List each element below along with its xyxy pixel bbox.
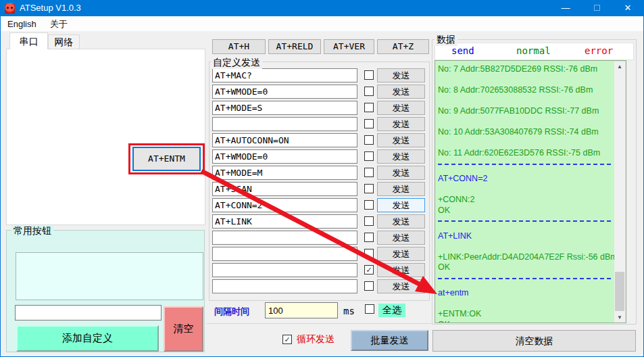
custom-command-input[interactable] [212,263,357,277]
data-log-line: +ENTM:OK [438,309,612,320]
data-log-line: AT+LINK [438,231,612,242]
data-log-line [438,278,612,289]
close-button[interactable]: ✕ [612,1,643,16]
legend-error: error [585,45,613,56]
batch-send-button[interactable]: 批量发送 [351,330,428,351]
select-all-checkbox[interactable] [365,304,374,314]
custom-command-input[interactable] [212,247,357,261]
row-checkbox[interactable] [364,233,374,242]
data-log-line [438,241,612,252]
row-checkbox[interactable] [364,135,374,145]
tab-network[interactable]: 网络 [48,34,80,49]
send-button[interactable]: 发送 [377,214,425,229]
send-button[interactable]: 发送 [377,279,425,293]
quick-button-atreld[interactable]: AT+RELD [268,39,321,54]
loop-send-label: 循环发送 [297,333,335,346]
data-log-line: No: 7 Addr:5B827D5DE269 RSSI:-76 dBm [438,64,612,75]
scrollbar-thumb[interactable] [615,272,624,311]
maximize-icon [594,5,600,11]
common-command-input[interactable] [15,305,162,320]
custom-command-input[interactable] [212,279,357,293]
custom-command-input[interactable] [212,85,357,99]
send-button[interactable]: 发送 [377,101,425,115]
data-log-area[interactable]: No: 7 Addr:5B827D5DE269 RSSI:-76 dBmNo: … [435,60,626,323]
custom-command-input[interactable] [212,214,357,229]
send-button[interactable]: 发送 [377,85,425,99]
custom-command-input[interactable] [212,149,357,164]
row-checkbox[interactable] [364,168,374,177]
row-checkbox[interactable] [364,216,374,226]
send-button[interactable]: 发送 [377,231,425,245]
row-checkbox[interactable] [364,87,374,96]
send-button[interactable]: 发送 [377,198,425,212]
legend-normal: normal [516,45,551,56]
custom-send-group-label: 自定义发送 [211,57,262,69]
row-checkbox[interactable] [364,119,374,128]
send-button[interactable]: 发送 [377,149,425,164]
add-custom-button[interactable]: 添加自定义 [16,325,159,352]
send-button[interactable]: 发送 [377,182,425,196]
data-log-line [438,164,612,174]
data-log-line [438,117,612,128]
data-scrollbar[interactable]: ▲ ▼ [614,62,625,323]
clear-common-button[interactable]: 清空 [164,306,203,352]
loop-send-checkbox[interactable]: ✓ [282,335,292,344]
data-log-line: +LINK:PeerAddr:D4AD204A7E2F Rssi:-56 dBm [438,252,612,263]
window-title: ATSetup V1.0.3 [20,3,81,13]
scroll-up-icon[interactable]: ▲ [614,62,625,72]
quick-button-atver[interactable]: AT+VER [324,39,374,54]
custom-command-input[interactable] [212,117,357,131]
quick-button-ath[interactable]: AT+H [212,39,266,54]
send-button[interactable]: 发送 [377,263,425,277]
data-log-line [438,220,612,231]
common-buttons-group-label: 常用按钮 [11,225,53,237]
scroll-down-icon[interactable]: ▼ [614,312,625,323]
row-checkbox[interactable] [364,103,374,112]
minimize-button[interactable]: — [550,1,581,16]
custom-command-input[interactable] [212,68,357,82]
custom-command-input[interactable] [212,133,357,147]
row-checkbox[interactable]: ✓ [364,265,374,275]
send-button[interactable]: 发送 [377,68,425,82]
common-buttons-list[interactable] [16,252,203,300]
data-log-line: OK [438,262,612,273]
row-checkbox[interactable] [364,249,374,258]
quick-button-atz[interactable]: AT+Z [377,39,429,54]
menu-item-about[interactable]: 关于 [43,16,74,32]
send-button[interactable]: 发送 [377,247,425,261]
interval-time-input[interactable] [265,302,338,318]
legend-send: send [451,45,474,56]
row-checkbox[interactable] [364,70,374,80]
tab-serial[interactable]: 串口 [9,32,48,49]
send-button[interactable]: 发送 [377,166,425,180]
custom-command-input[interactable] [212,166,357,180]
row-checkbox[interactable] [364,200,374,210]
data-log-line: No: 11 Addr:620E62E3D576 RSSI:-75 dBm [438,148,612,159]
select-all-label[interactable]: 全选 [378,304,405,317]
menu-item-english[interactable]: English [1,17,43,31]
data-log-line: +CONN:2 [438,195,612,206]
dash-separator [438,220,611,222]
at-entm-button[interactable]: AT+ENTM [132,147,201,171]
data-log-line: No: 8 Addr:702653088532 RSSI:-76 dBm [438,85,612,96]
clear-data-button[interactable]: 清空数据 [432,330,636,352]
middle-divider [207,323,431,324]
custom-command-input[interactable] [212,231,357,245]
send-button[interactable]: 发送 [377,117,425,131]
send-button[interactable]: 发送 [377,133,425,147]
app-icon [5,3,15,14]
dash-separator [438,278,611,279]
serial-settings-panel [6,49,205,225]
custom-command-input[interactable] [212,101,357,115]
data-log-line: OK [438,206,612,216]
dash-separator [438,164,611,165]
menu-bar: English关于 [1,16,643,31]
interval-time-label: 间隔时间 [214,306,249,318]
row-checkbox[interactable] [364,151,374,161]
row-checkbox[interactable] [364,281,374,291]
custom-command-input[interactable] [212,182,357,196]
row-checkbox[interactable] [364,184,374,193]
data-log-line: at+entm [438,288,612,299]
custom-command-input[interactable] [212,198,357,212]
maximize-button [581,1,612,16]
